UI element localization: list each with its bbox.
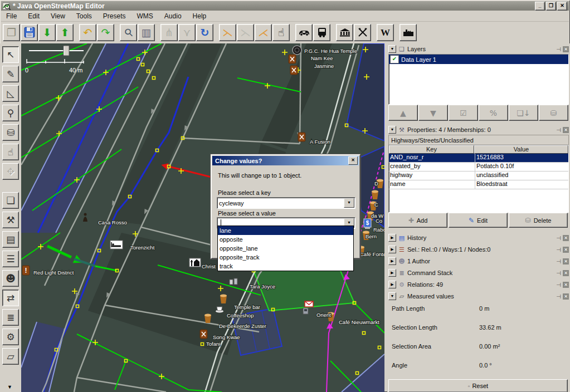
preferences-button[interactable]: ▥ [138, 24, 155, 41]
pin-icon[interactable]: ⊣ [556, 282, 561, 288]
draw-node-tool[interactable]: ✎ [2, 66, 19, 82]
delete-button[interactable]: ⛁Delete [509, 213, 568, 228]
castle-preset-button[interactable]: W [377, 24, 394, 41]
command-stack-panel-header[interactable]: ▶≣Command Stack⊣✕ [387, 268, 570, 277]
pin-icon[interactable]: ⊣ [556, 258, 561, 264]
pin-icon[interactable]: ⊣ [556, 127, 561, 133]
restore-button[interactable]: ❐ [546, 2, 556, 11]
collapse-icon[interactable]: ▼ [388, 126, 396, 134]
merge-nodes-button[interactable]: ⋎ [178, 24, 196, 41]
title-bar[interactable]: * Java OpenStreetMap Editor _❐✕ [1, 1, 569, 11]
table-row[interactable]: highwayunclassified [389, 171, 568, 180]
dialog-title-bar[interactable]: Change values? ✕ [212, 156, 359, 165]
reset-button[interactable]: ▫ Reset [388, 379, 568, 392]
undo-button[interactable]: ↶ [79, 24, 96, 41]
close-icon[interactable]: ✕ [563, 235, 569, 241]
layer-opacity-button[interactable]: % [479, 105, 508, 121]
select-tool[interactable]: ↖ [2, 46, 19, 63]
menu-tools[interactable]: Tools [71, 11, 97, 21]
relations-panel-header[interactable]: ▶⚙Relations: 49⊣✕ [387, 280, 570, 289]
redo-button[interactable]: ↷ [97, 24, 114, 41]
history-panel-header[interactable]: ▶▤History⊣✕ [387, 233, 570, 242]
layers-panel-header[interactable]: ▼❏Layers⊣✕ [387, 45, 570, 53]
expand-icon[interactable]: ▶ [388, 257, 396, 265]
expand-icon[interactable]: ▶ [388, 269, 396, 277]
menu-presets[interactable]: Presets [98, 11, 131, 21]
dropdown-option[interactable]: track [218, 262, 353, 271]
history-toggle[interactable]: ▤ [2, 231, 19, 248]
dropdown-option[interactable]: lane [218, 226, 353, 235]
menu-file[interactable]: File [1, 11, 22, 21]
unglue-button[interactable]: ⋌ [255, 24, 272, 41]
layer-visibility-button[interactable]: ☑ [449, 105, 478, 121]
edit-button[interactable]: ✎Edit [449, 213, 508, 228]
table-row[interactable]: nameBloedstraat [389, 180, 568, 189]
dropdown-option[interactable]: opposite [218, 235, 353, 244]
chevron-down-icon[interactable]: ▼ [344, 198, 354, 208]
collapse-icon[interactable]: ▼ [388, 45, 396, 53]
add-button[interactable]: ✚Add [388, 213, 447, 228]
relations-toggle[interactable]: ⚙ [2, 329, 19, 345]
close-icon[interactable]: ✕ [563, 293, 569, 300]
close-icon[interactable]: ✕ [563, 247, 569, 253]
update-data-button[interactable]: ↻ [196, 24, 213, 41]
expand-icon[interactable]: ▶ [388, 246, 396, 253]
museum-preset-button[interactable] [336, 24, 353, 41]
dropdown-option[interactable]: opposite_lane [218, 244, 353, 253]
pan-hand-button[interactable]: ☝ [272, 24, 290, 41]
pin-icon[interactable]: ⊣ [556, 247, 561, 253]
delete-tool[interactable]: ⛁ [2, 124, 19, 141]
selection-panel-header[interactable]: ▶☰Sel.: Rel.:0 / Ways:1 / Nodes:0⊣✕ [387, 245, 570, 254]
key-column-header[interactable]: Key [389, 145, 474, 154]
value-column-header[interactable]: Value [474, 145, 568, 154]
properties-panel-header[interactable]: ▼⚒Properties: 4 / Memberships: 0⊣✕ [387, 125, 570, 134]
zoom-tool[interactable]: ⚲ [2, 105, 19, 121]
minimize-button[interactable]: _ [535, 2, 545, 11]
close-icon[interactable]: ✕ [563, 46, 569, 52]
measured-values-toggle[interactable]: ▱ [2, 348, 19, 365]
layer-up-button[interactable]: ▲ [388, 105, 418, 121]
table-row[interactable]: created_byPotlatch 0.10f [389, 163, 568, 171]
menu-audio[interactable]: Audio [159, 11, 187, 21]
close-button[interactable]: ✕ [557, 2, 567, 11]
authors-toggle[interactable]: ☻ [2, 270, 19, 287]
layer-down-button[interactable]: ▼ [418, 105, 448, 121]
close-icon[interactable]: ✕ [563, 258, 569, 264]
collapse-icon[interactable]: ▼ [388, 292, 396, 300]
properties-toggle[interactable]: ⚒ [2, 212, 19, 228]
menu-help[interactable]: Help [188, 11, 212, 21]
layer-delete-button[interactable]: ⛁ [539, 105, 568, 121]
close-icon[interactable]: ✕ [563, 270, 569, 276]
restaurant-preset-button[interactable] [354, 24, 371, 41]
pan-tool[interactable]: ✥ [2, 163, 19, 180]
properties-table[interactable]: Key Value AND_nosr_r15216883created_byPo… [388, 145, 569, 213]
value-dropdown-list[interactable]: laneoppositeopposite_laneopposite_trackt… [217, 226, 354, 271]
close-icon[interactable]: ✕ [563, 282, 569, 288]
sidebar-scroll-down-icon[interactable]: ▼ [7, 384, 12, 390]
table-row[interactable]: AND_nosr_r15216883 [389, 154, 568, 163]
pin-icon[interactable]: ⊣ [556, 235, 561, 241]
layer-row-selected[interactable]: ✔ Data Layer 1 [389, 55, 568, 64]
bus-preset-button[interactable] [313, 24, 330, 41]
dialog-close-icon[interactable]: ✕ [348, 156, 358, 165]
menu-wms[interactable]: WMS [132, 11, 158, 21]
menu-view[interactable]: View [46, 11, 70, 21]
zoom-search-button[interactable]: ⚲ [120, 24, 137, 41]
join-ways-button[interactable]: ⋋ [237, 24, 254, 41]
layer-merge-button[interactable]: ❏↓ [509, 105, 538, 121]
expand-icon[interactable]: ▶ [388, 234, 396, 242]
measured-values-panel-header[interactable]: ▼▱Measured values⊣✕ [387, 292, 570, 301]
upload-button[interactable]: ⬆ [56, 24, 74, 41]
layer-list[interactable]: ✔ Data Layer 1 [388, 54, 569, 105]
car-preset-button[interactable] [295, 24, 313, 41]
close-icon[interactable]: ✕ [563, 127, 569, 133]
pin-icon[interactable]: ⊣ [556, 46, 561, 52]
measure-angle-tool[interactable]: ◺ [2, 85, 19, 102]
factory-preset-button[interactable] [400, 24, 417, 41]
menu-edit[interactable]: Edit [23, 11, 45, 21]
conflict-toggle[interactable]: ⇄ [2, 290, 19, 306]
expand-icon[interactable]: ▶ [388, 281, 396, 288]
authors-panel-header[interactable]: ▶☻1 Author⊣✕ [387, 257, 570, 266]
pin-icon[interactable]: ⊣ [556, 293, 561, 300]
layers-toggle[interactable]: ❏ [2, 192, 19, 209]
